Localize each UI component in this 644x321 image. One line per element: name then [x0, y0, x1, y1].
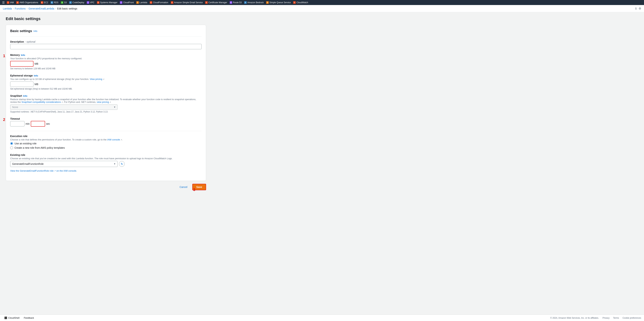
ephemeral-view-pricing-link[interactable]: View pricing — [90, 78, 102, 80]
nav-item-systems-manager[interactable]: S Systems Manager — [96, 1, 118, 4]
nav-item-iam[interactable]: I IAM — [6, 1, 15, 4]
step-2-number: 2 — [3, 117, 5, 122]
ephemeral-storage-section: Ephemeral storage Info You can configure… — [10, 74, 202, 90]
execution-role-radio-group: Use an existing role Create a new role f… — [10, 142, 202, 149]
snapstart-ext-icon: ↗ — [61, 101, 63, 103]
breadcrumb-current: Edit basic settings — [57, 7, 77, 10]
ephemeral-input-group: 512 MB — [10, 82, 202, 87]
cert-manager-icon: C — [205, 1, 208, 4]
nav-item-sqs[interactable]: S Simple Queue Service — [265, 1, 292, 4]
info-circle-icon[interactable]: ℹ — [636, 7, 636, 10]
cloudfront-icon: C — [120, 1, 122, 4]
memory-hint: Set memory to between 128 MB and 10240 M… — [10, 67, 202, 70]
timeout-min-unit: min — [26, 122, 30, 125]
breadcrumb-functions[interactable]: Functions — [15, 7, 26, 10]
nav-item-s3[interactable]: S S3 — [60, 1, 68, 4]
snapstart-select[interactable]: None — [10, 104, 118, 110]
cancel-button[interactable]: Cancel — [177, 184, 190, 190]
description-label: Description - optional — [10, 40, 202, 43]
main-content: Edit basic settings Basic settings Info … — [0, 12, 644, 314]
nav-item-vpc[interactable]: V VPC — [86, 1, 96, 4]
nav-item-ec2[interactable]: E EC2 — [40, 1, 49, 4]
card-divider — [10, 37, 202, 37]
execution-role-label: Execution role — [10, 135, 202, 137]
nav-item-bedrock[interactable]: A Amazon Bedrock — [243, 1, 265, 4]
view-role-link[interactable]: View the GenerateEmailFunctionRole role … — [10, 170, 77, 172]
refresh-role-button[interactable]: ↻ — [119, 161, 125, 167]
divider-2 — [10, 131, 202, 131]
nav-item-cloudfront[interactable]: C CloudFront — [119, 1, 135, 4]
snapstart-runtimes: Supported runtimes: .NET 8 (C#/F#/PowerS… — [10, 110, 202, 113]
memory-description: Your function is allocated CPU proportio… — [10, 57, 202, 60]
timeout-sec-input[interactable]: 30 — [31, 121, 45, 127]
nav-item-ses[interactable]: A Amazon Simple Email Service — [170, 1, 204, 4]
role-select[interactable]: GenerateEmailFunctionRole — [10, 161, 118, 167]
nav-item-cloudwatch[interactable]: C CloudWatch — [292, 1, 309, 4]
breadcrumb-sep-1: › — [13, 7, 14, 10]
hamburger-menu[interactable]: ☰ — [2, 0, 5, 5]
breadcrumb-lambda[interactable]: Lambda — [3, 7, 12, 10]
snapstart-select-wrapper: None ▼ — [10, 104, 118, 110]
sqs-icon: S — [266, 1, 269, 4]
radio-existing-label: Use an existing role — [14, 142, 36, 145]
breadcrumb-function-name[interactable]: GenerateEmailLambda — [28, 7, 54, 10]
codedeploy-icon: C — [69, 1, 72, 4]
breadcrumb-sep-2: › — [27, 7, 27, 10]
external-link-icon: ↗ — [103, 78, 104, 80]
execution-role-section: Execution role Choose a role that define… — [10, 135, 202, 149]
privacy-link[interactable]: Privacy — [602, 317, 610, 319]
basic-settings-info-link[interactable]: Info — [34, 30, 38, 32]
timeout-sec-unit: sec — [46, 122, 50, 125]
ephemeral-input[interactable]: 512 — [10, 82, 34, 87]
memory-unit: MB — [34, 62, 38, 65]
nav-item-aws-org[interactable]: A AWS Organizations — [15, 1, 39, 4]
description-input[interactable] — [10, 44, 202, 49]
rds-icon: R — [51, 1, 53, 4]
radio-existing-role[interactable]: Use an existing role — [10, 142, 202, 145]
view-role-container: View the GenerateEmailFunctionRole role … — [10, 168, 202, 172]
card-title: Basic settings — [10, 29, 32, 33]
aws-org-icon: A — [16, 1, 19, 4]
ses-icon: A — [171, 1, 173, 4]
nav-item-cert-manager[interactable]: C Certificate Manager — [204, 1, 228, 4]
cloudformation-icon: C — [150, 1, 152, 4]
iam-ext-icon: ↗ — [120, 139, 122, 141]
radio-new-role[interactable]: Create a new role from AWS policy templa… — [10, 146, 202, 149]
existing-role-label: Existing role — [10, 153, 202, 156]
nav-item-cloudformation[interactable]: C CloudFormation — [149, 1, 169, 4]
cloudwatch-icon: C — [293, 1, 296, 4]
snapstart-pricing-link[interactable]: view pricing — [97, 101, 109, 103]
memory-info-link[interactable]: Info — [21, 54, 25, 56]
cloudshell-button[interactable]: ⬛ CloudShell — [3, 316, 21, 320]
timeout-min-input[interactable]: 0 — [10, 121, 24, 126]
nav-item-codedeploy[interactable]: C CodeDeploy — [68, 1, 85, 4]
snapstart-label: SnapStart Info — [10, 94, 202, 97]
radio-new-input[interactable] — [10, 146, 13, 149]
page-title: Edit basic settings — [6, 17, 638, 21]
settings-icon[interactable]: ⚙ — [639, 7, 641, 10]
memory-input[interactable]: 1024 — [10, 61, 34, 67]
nav-item-rds[interactable]: R RDS — [50, 1, 60, 4]
description-section: Description - optional — [10, 40, 202, 49]
snapstart-compat-link[interactable]: SnapStart compatibility considerations — [22, 101, 61, 103]
nav-item-lambda[interactable]: λ Lambda — [135, 1, 148, 4]
terms-link[interactable]: Terms — [613, 317, 619, 319]
feedback-link[interactable]: Feedback — [24, 316, 34, 319]
iam-console-link[interactable]: IAM console — [107, 138, 120, 141]
iam-icon: I — [7, 1, 9, 4]
nav-item-route53[interactable]: R Route 53 — [228, 1, 243, 4]
ec2-icon: E — [41, 1, 43, 4]
description-optional: - optional — [25, 40, 36, 43]
breadcrumb-actions: ℹ ⚙ — [636, 7, 641, 10]
timeout-section: 2 Timeout 0 min 30 sec — [10, 117, 202, 127]
ephemeral-info-link[interactable]: Info — [34, 74, 38, 77]
cookie-preferences-link[interactable]: Cookie preferences — [622, 317, 641, 319]
timeout-input-group: 0 min 30 sec — [10, 121, 202, 127]
breadcrumb-sep-3: › — [55, 7, 56, 10]
radio-existing-input[interactable] — [10, 142, 13, 145]
save-button[interactable]: Save — [192, 184, 206, 190]
bottom-bar: ⬛ CloudShell Feedback © 2024, Amazon Web… — [0, 314, 644, 321]
snapstart-info-link[interactable]: Info — [23, 95, 27, 97]
memory-label: Memory Info — [10, 54, 202, 56]
bottom-right: © 2024, Amazon Web Services, Inc. or its… — [550, 317, 641, 319]
